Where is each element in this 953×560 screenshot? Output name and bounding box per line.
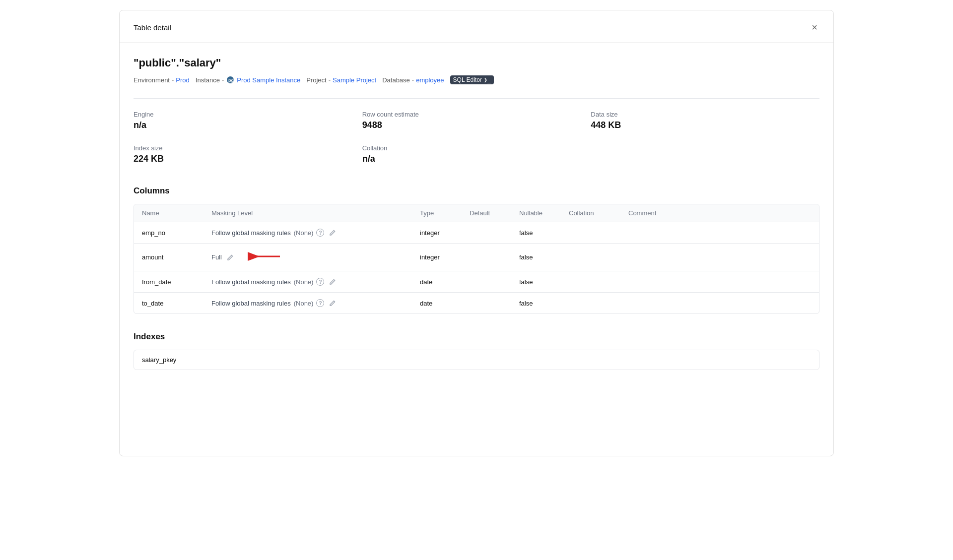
cell-nullable-emp_no: false <box>511 222 561 244</box>
stat-index-size: Index size 224 KB <box>134 144 362 172</box>
stats-divider <box>134 98 819 99</box>
sql-editor-badge[interactable]: SQL Editor ❯_ <box>450 75 494 84</box>
close-button[interactable]: × <box>810 20 819 34</box>
table-detail-modal: Table detail × "public"."salary" Environ… <box>119 10 834 456</box>
masking-text-amount: Full <box>211 253 222 261</box>
col-header-comment: Comment <box>620 204 819 222</box>
index-size-label: Index size <box>134 144 362 152</box>
cell-comment-from_date <box>620 271 819 293</box>
stat-empty <box>591 144 819 172</box>
edit-masking-btn-from_date[interactable] <box>327 277 338 286</box>
masking-text-to_date: Follow global masking rules <box>211 300 291 307</box>
table-row: to_date Follow global masking rules (Non… <box>134 293 819 314</box>
masking-text-emp_no: Follow global masking rules <box>211 229 291 237</box>
help-icon-from_date[interactable]: ? <box>316 278 324 286</box>
environment-label: Environment <box>134 76 170 84</box>
columns-table-container: Name Masking Level Type Default Nullable… <box>134 204 819 314</box>
index-size-value: 224 KB <box>134 154 362 164</box>
table-row: salary_pkey <box>134 350 819 370</box>
masking-none-from_date: (None) <box>294 278 314 286</box>
breadcrumb: Environment - Prod Instance - pg Prod Sa… <box>134 75 819 84</box>
row-count-value: 9488 <box>362 120 591 130</box>
inst-separator: - <box>222 76 224 84</box>
stat-engine: Engine n/a <box>134 111 362 138</box>
table-row: emp_no Follow global masking rules (None… <box>134 222 819 244</box>
project-link[interactable]: Sample Project <box>333 76 376 84</box>
indexes-section-title: Indexes <box>134 332 819 342</box>
columns-header-row: Name Masking Level Type Default Nullable… <box>134 204 819 222</box>
indexes-table-container: salary_pkey <box>134 350 819 370</box>
edit-masking-btn-amount[interactable] <box>225 253 236 262</box>
help-icon-to_date[interactable]: ? <box>316 299 324 307</box>
cell-masking-to_date: Follow global masking rules (None) ? <box>204 293 412 314</box>
cell-collation-from_date <box>561 271 620 293</box>
edit-masking-btn-to_date[interactable] <box>327 299 338 308</box>
masking-none-emp_no: (None) <box>294 229 314 237</box>
engine-label: Engine <box>134 111 362 118</box>
cell-collation-emp_no <box>561 222 620 244</box>
help-icon-emp_no[interactable]: ? <box>316 229 324 237</box>
cell-nullable-from_date: false <box>511 271 561 293</box>
red-arrow-indicator <box>243 249 282 265</box>
cell-collation-amount <box>561 244 620 271</box>
table-row: amount Full <box>134 244 819 271</box>
cell-masking-amount: Full <box>204 244 412 271</box>
cell-comment-to_date <box>620 293 819 314</box>
instance-link[interactable]: Prod Sample Instance <box>237 76 300 84</box>
cell-comment-emp_no <box>620 222 819 244</box>
cell-collation-to_date <box>561 293 620 314</box>
breadcrumb-sql-editor: SQL Editor ❯_ <box>450 75 494 84</box>
cell-nullable-to_date: false <box>511 293 561 314</box>
columns-thead: Name Masking Level Type Default Nullable… <box>134 204 819 222</box>
cell-type-amount: integer <box>412 244 462 271</box>
row-count-label: Row count estimate <box>362 111 591 118</box>
cell-name-to_date: to_date <box>134 293 204 314</box>
breadcrumb-database: Database - employee <box>382 76 444 84</box>
data-size-label: Data size <box>591 111 819 118</box>
modal-body: "public"."salary" Environment - Prod Ins… <box>120 43 833 384</box>
indexes-tbody: salary_pkey <box>134 350 819 370</box>
postgres-icon: pg <box>226 75 235 84</box>
indexes-table: salary_pkey <box>134 350 819 370</box>
env-separator: - <box>172 76 174 84</box>
masking-none-to_date: (None) <box>294 300 314 307</box>
stats-row-1: Engine n/a Row count estimate 9488 Data … <box>134 111 819 138</box>
stats-row-2: Index size 224 KB Collation n/a <box>134 144 819 172</box>
cell-index-name: salary_pkey <box>134 350 819 370</box>
modal-header: Table detail × <box>120 10 833 43</box>
col-header-nullable: Nullable <box>511 204 561 222</box>
col-header-masking: Masking Level <box>204 204 412 222</box>
masking-text-from_date: Follow global masking rules <box>211 278 291 286</box>
cell-default-to_date <box>462 293 511 314</box>
collation-label: Collation <box>362 144 591 152</box>
breadcrumb-instance: Instance - pg Prod Sample Instance <box>196 75 300 84</box>
cell-masking-emp_no: Follow global masking rules (None) ? <box>204 222 412 244</box>
terminal-icon: ❯_ <box>484 76 491 83</box>
cell-comment-amount <box>620 244 819 271</box>
cell-nullable-amount: false <box>511 244 561 271</box>
col-header-type: Type <box>412 204 462 222</box>
svg-text:pg: pg <box>228 78 234 83</box>
breadcrumb-environment: Environment - Prod <box>134 76 190 84</box>
database-link[interactable]: employee <box>416 76 444 84</box>
cell-name-from_date: from_date <box>134 271 204 293</box>
stat-data-size: Data size 448 KB <box>591 111 819 138</box>
cell-type-from_date: date <box>412 271 462 293</box>
environment-link[interactable]: Prod <box>176 76 189 84</box>
stat-collation: Collation n/a <box>362 144 591 172</box>
edit-masking-btn-emp_no[interactable] <box>327 228 338 237</box>
stat-row-count: Row count estimate 9488 <box>362 111 591 138</box>
col-header-collation: Collation <box>561 204 620 222</box>
cell-type-to_date: date <box>412 293 462 314</box>
sql-editor-label: SQL Editor <box>453 76 482 83</box>
columns-tbody: emp_no Follow global masking rules (None… <box>134 222 819 314</box>
col-header-default: Default <box>462 204 511 222</box>
cell-default-emp_no <box>462 222 511 244</box>
cell-default-from_date <box>462 271 511 293</box>
col-header-name: Name <box>134 204 204 222</box>
cell-name-emp_no: emp_no <box>134 222 204 244</box>
breadcrumb-project: Project - Sample Project <box>306 76 376 84</box>
columns-table: Name Masking Level Type Default Nullable… <box>134 204 819 313</box>
modal-title: Table detail <box>134 23 171 32</box>
collation-value: n/a <box>362 154 591 164</box>
